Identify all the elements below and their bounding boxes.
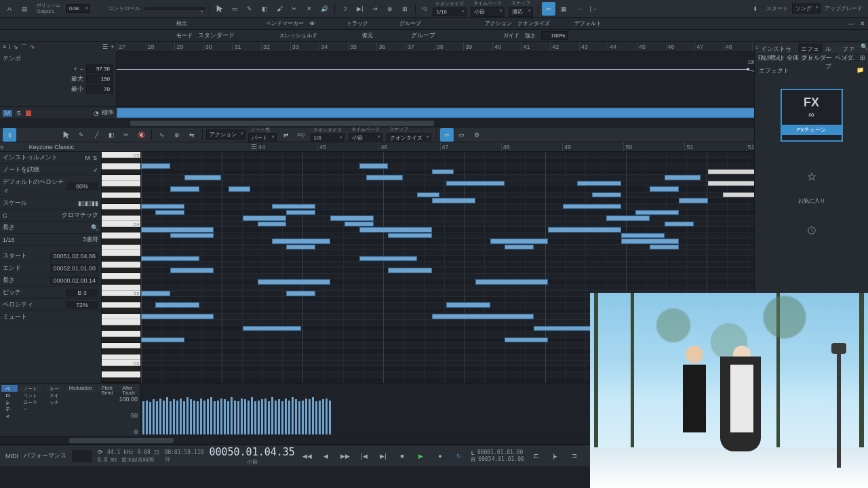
notelen-value[interactable]: 00000.02.00.14 — [50, 277, 98, 285]
midi-note[interactable] — [432, 314, 534, 319]
midi-note[interactable] — [155, 302, 199, 308]
velocity-bar[interactable] — [207, 399, 209, 434]
search-icon[interactable]: 🔍 — [861, 43, 868, 53]
velocity-bar[interactable] — [173, 399, 175, 434]
start-value[interactable]: 00051.02.04.86 — [50, 252, 98, 260]
zoom-icon[interactable]: ⊕ — [170, 128, 184, 142]
midi-note[interactable] — [243, 216, 286, 221]
followsong-icon[interactable]: ▭ — [455, 128, 469, 142]
midi-note[interactable] — [272, 239, 330, 244]
snap-group[interactable]: スナップ適応 — [507, 1, 534, 17]
controller-tab[interactable]: ベロシティ — [1, 385, 18, 392]
velocity-bar[interactable] — [244, 399, 246, 434]
listen-tool-icon[interactable]: 🔊 — [317, 2, 331, 16]
download-icon[interactable]: ⬇ — [749, 2, 762, 16]
record-arm-button[interactable] — [26, 110, 31, 116]
start-label[interactable]: スタート — [764, 5, 791, 12]
velocity-bar[interactable] — [329, 401, 331, 434]
minimize-icon[interactable]: — — [848, 20, 854, 27]
velocity-bar[interactable] — [214, 401, 216, 434]
fx-chain-tile[interactable]: FX ∞ FXチェーン — [781, 89, 843, 142]
search-icon[interactable]: 🔍 — [91, 224, 98, 231]
recent-icon[interactable] — [798, 217, 825, 244]
perf-label[interactable]: パフォーマンス — [24, 451, 66, 460]
velocity-bar[interactable] — [231, 397, 233, 434]
grid-icon[interactable]: ⊞ — [860, 54, 865, 61]
prev-marker-button[interactable]: |◀ — [357, 449, 371, 463]
midi-note[interactable] — [184, 175, 221, 180]
notelen-dropdown[interactable]: 1/16 — [3, 237, 15, 243]
velocity-bar[interactable] — [278, 399, 280, 434]
midi-note[interactable] — [621, 239, 679, 244]
aq-label[interactable]: AQ — [294, 131, 308, 138]
midi-note[interactable] — [258, 279, 330, 285]
midi-note[interactable] — [155, 210, 184, 216]
velocity-bar[interactable] — [153, 399, 155, 434]
defvel-value[interactable]: 80% — [66, 182, 98, 190]
controller-tab[interactable]: Modulation — [65, 385, 96, 392]
velocity-bar[interactable] — [180, 399, 182, 434]
tempo-sub-icon[interactable]: − — [80, 66, 83, 73]
midi-note[interactable] — [650, 186, 679, 192]
mute-tool-icon[interactable]: ✕ — [302, 2, 316, 16]
action-dropdown[interactable]: アクション — [206, 129, 245, 140]
timebase-dropdown[interactable]: 小節 — [349, 133, 382, 143]
velocity-bar[interactable] — [197, 401, 199, 434]
forward-button[interactable]: ▶▶ — [338, 449, 352, 463]
tempo-max-value[interactable]: 150 — [86, 75, 113, 83]
velocity-bar[interactable] — [203, 401, 205, 434]
velocity-bar[interactable] — [271, 397, 273, 434]
velocity-bar[interactable] — [142, 401, 144, 434]
midi-note[interactable] — [679, 198, 708, 203]
info-icon[interactable]: i — [9, 43, 10, 50]
velocity-bar[interactable] — [281, 401, 283, 434]
record-button[interactable]: ● — [433, 449, 447, 463]
midi-note[interactable] — [141, 291, 170, 296]
link-icon[interactable]: ⇄ — [542, 2, 555, 16]
midi-note[interactable] — [229, 186, 250, 192]
listen-check[interactable]: ✓ — [93, 167, 98, 174]
sort-folder[interactable]: フォルダー — [802, 54, 832, 62]
triplet-dropdown[interactable]: 3連符 — [83, 235, 98, 244]
velocity-bar[interactable] — [302, 401, 304, 434]
velocity-bar[interactable] — [220, 399, 222, 434]
loop-button[interactable]: ↻ — [452, 449, 466, 463]
controller-tab[interactable]: Pitch Bend — [98, 385, 117, 392]
mute-button[interactable]: M — [83, 155, 92, 161]
favorite-icon[interactable] — [798, 163, 825, 190]
close-icon[interactable]: ✕ — [860, 20, 865, 27]
velocity-bar[interactable] — [268, 401, 270, 434]
velocity-bar[interactable] — [237, 401, 239, 434]
key-dropdown[interactable]: C — [3, 212, 7, 219]
line-icon[interactable]: ⌒ — [21, 43, 27, 52]
quant-dropdown[interactable]: 1/8 — [311, 134, 344, 142]
velocity-bar[interactable] — [251, 397, 253, 434]
list-icon[interactable]: ☰ — [251, 144, 256, 150]
midi-note[interactable] — [635, 210, 679, 216]
preroll-icon[interactable]: |▸ — [549, 449, 562, 463]
next-marker-button[interactable]: ▶| — [376, 449, 390, 463]
midi-note[interactable] — [446, 181, 505, 186]
edit-mode-icon[interactable]: ▮ — [3, 128, 16, 142]
scale-vis[interactable]: ▮▯▮▯▮▮ — [78, 200, 98, 207]
velocity-bar[interactable] — [159, 399, 161, 434]
mute-button[interactable]: M — [3, 110, 12, 117]
range-tool-icon[interactable]: ▭ — [228, 2, 241, 16]
velocity-bar[interactable] — [200, 399, 202, 434]
swap-icon[interactable]: ⇄ — [279, 128, 293, 142]
tab-effect[interactable]: エフェクト — [798, 43, 823, 53]
autoscroll-icon[interactable]: ⇥ — [368, 2, 382, 16]
autopunch-icon[interactable]: ⊐ — [568, 449, 581, 463]
midi-note[interactable] — [446, 302, 490, 308]
controller-tab[interactable]: After Touch — [118, 385, 139, 392]
velocity-bar[interactable] — [146, 401, 148, 434]
midi-note[interactable] — [170, 186, 199, 192]
strength-value[interactable]: 100% — [541, 31, 568, 40]
erase-tool-icon[interactable]: ◧ — [104, 128, 118, 142]
control-dropdown[interactable] — [144, 7, 205, 10]
track-mode[interactable]: 標準 — [102, 108, 114, 117]
timebase-group[interactable]: タイムベース小節 — [469, 1, 506, 17]
midi-note[interactable] — [141, 227, 214, 232]
midi-note[interactable] — [359, 227, 432, 232]
solo-button[interactable]: S — [15, 110, 23, 117]
